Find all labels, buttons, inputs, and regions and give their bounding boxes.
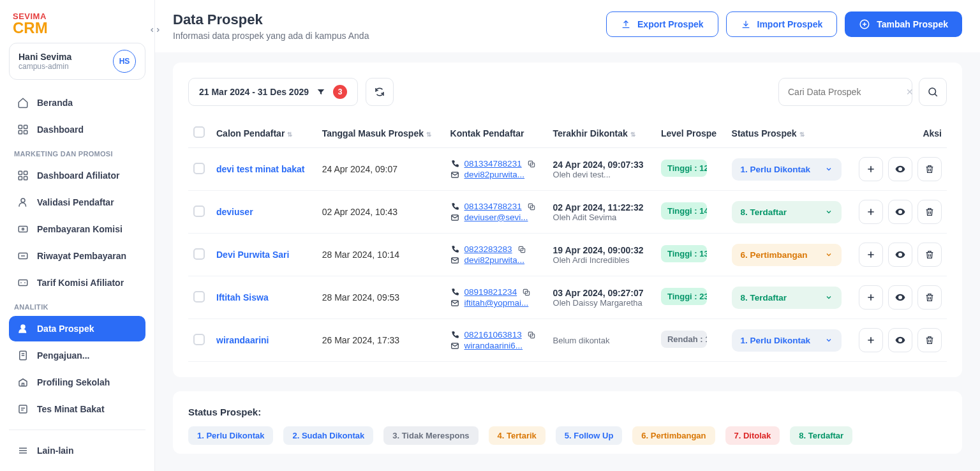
search-button[interactable] bbox=[919, 78, 947, 106]
row-checkbox[interactable] bbox=[193, 291, 205, 303]
nav-dashboard[interactable]: Dashboard bbox=[9, 117, 145, 142]
row-checkbox[interactable] bbox=[193, 163, 205, 174]
phone-link[interactable]: 0823283283 bbox=[464, 244, 512, 254]
nav-label: Validasi Pendaftar bbox=[37, 197, 114, 207]
nav-riwayat-pembayaran[interactable]: Riwayat Pembayaran bbox=[9, 243, 145, 269]
copy-icon[interactable] bbox=[522, 288, 531, 297]
plus-circle-icon bbox=[859, 19, 870, 30]
view-action-button[interactable] bbox=[888, 285, 912, 310]
table-row: devi test minat bakat 24 Apr 2024, 09:07… bbox=[188, 148, 947, 191]
last-contact-time: 24 Apr 2024, 09:07:33 bbox=[553, 160, 651, 170]
view-action-button[interactable] bbox=[888, 200, 912, 224]
search-input[interactable] bbox=[788, 87, 900, 97]
last-contact-time: 03 Apr 2024, 09:27:07 bbox=[553, 288, 651, 298]
add-prospek-button[interactable]: Tambah Prospek bbox=[845, 11, 962, 37]
phone-link[interactable]: 081334788231 bbox=[464, 202, 522, 211]
status-select[interactable]: 1. Perlu Dikontak bbox=[732, 329, 842, 352]
row-checkbox[interactable] bbox=[193, 248, 205, 260]
status-select[interactable]: 6. Pertimbangan bbox=[732, 244, 842, 266]
nav-profiling-sekolah[interactable]: Profiling Sekolah bbox=[9, 370, 145, 395]
export-button[interactable]: Export Prospek bbox=[606, 11, 718, 37]
prospect-name-link[interactable]: Devi Purwita Sari bbox=[216, 250, 289, 260]
row-checkbox[interactable] bbox=[193, 206, 205, 217]
status-select[interactable]: 8. Terdaftar bbox=[732, 201, 842, 223]
refresh-button[interactable] bbox=[366, 78, 394, 106]
search-box[interactable]: ✕ bbox=[778, 78, 912, 106]
level-badge: Tinggi : 13 bbox=[661, 245, 707, 262]
delete-action-button[interactable] bbox=[917, 328, 942, 352]
view-action-button[interactable] bbox=[888, 157, 912, 181]
prospect-name-link[interactable]: devi test minat bakat bbox=[216, 164, 305, 174]
svg-rect-0 bbox=[19, 125, 22, 128]
phone-link[interactable]: 081334788231 bbox=[464, 159, 522, 168]
user-card[interactable]: Hani Sevima campus-admin HS bbox=[9, 43, 145, 80]
collapse-sidebar-icon[interactable] bbox=[148, 23, 162, 37]
col-name[interactable]: Calon Pendaftar⇅ bbox=[211, 119, 317, 148]
prospect-date: 28 Mar 2024, 09:53 bbox=[317, 276, 445, 319]
status-select[interactable]: 8. Terdaftar bbox=[732, 287, 842, 309]
svg-point-10 bbox=[22, 228, 24, 230]
nav-beranda[interactable]: Beranda bbox=[9, 90, 145, 116]
prospect-name-link[interactable]: deviuser bbox=[216, 207, 253, 217]
email-link[interactable]: devi82purwita... bbox=[464, 170, 525, 179]
nav-tarif-komisi[interactable]: Tarif Komisi Afiliator bbox=[9, 270, 145, 295]
date-filter[interactable]: 21 Mar 2024 - 31 Des 2029 3 bbox=[188, 78, 358, 106]
email-link[interactable]: devi82purwita... bbox=[464, 255, 525, 265]
email-link[interactable]: deviuser@sevi... bbox=[464, 213, 528, 222]
nav-section-marketing: MARKETING DAN PROMOSI bbox=[9, 144, 145, 161]
copy-icon[interactable] bbox=[527, 202, 536, 211]
nav-data-prospek[interactable]: Data Prospek bbox=[9, 316, 145, 341]
table-row: Devi Purwita Sari 28 Mar 2024, 10:14 082… bbox=[188, 234, 947, 276]
delete-action-button[interactable] bbox=[917, 243, 942, 267]
copy-icon[interactable] bbox=[527, 160, 536, 168]
chevron-down-icon bbox=[825, 251, 833, 258]
add-action-button[interactable] bbox=[859, 243, 883, 267]
add-action-button[interactable] bbox=[859, 200, 883, 224]
svg-rect-2 bbox=[19, 130, 22, 133]
menu-icon bbox=[17, 444, 29, 457]
nav-label: Riwayat Pembayaran bbox=[37, 251, 126, 261]
table-row: Iftitah Siswa 28 Mar 2024, 09:53 0891982… bbox=[188, 276, 947, 319]
delete-action-button[interactable] bbox=[917, 285, 942, 310]
copy-icon[interactable] bbox=[527, 331, 536, 340]
phone-icon bbox=[450, 160, 459, 168]
nav: Beranda Dashboard MARKETING DAN PROMOSI … bbox=[9, 90, 145, 463]
table-row: deviuser 02 Apr 2024, 10:43 081334788231… bbox=[188, 191, 947, 234]
add-action-button[interactable] bbox=[859, 328, 883, 352]
add-action-button[interactable] bbox=[859, 157, 883, 181]
import-button[interactable]: Import Prospek bbox=[726, 11, 838, 37]
view-action-button[interactable] bbox=[888, 328, 912, 352]
button-label: Export Prospek bbox=[637, 19, 703, 29]
copy-icon[interactable] bbox=[517, 245, 526, 254]
row-checkbox[interactable] bbox=[193, 334, 205, 345]
date-range-text: 21 Mar 2024 - 31 Des 2029 bbox=[199, 87, 309, 97]
filter-count-badge: 3 bbox=[333, 85, 347, 99]
nav-pembayaran-komisi[interactable]: Pembayaran Komisi bbox=[9, 216, 145, 242]
view-action-button[interactable] bbox=[888, 243, 912, 267]
email-link[interactable]: wirandaarini6... bbox=[464, 341, 523, 350]
add-action-button[interactable] bbox=[859, 285, 883, 310]
clear-icon[interactable]: ✕ bbox=[906, 87, 914, 97]
nav-pengajuan[interactable]: Pengajuan... bbox=[9, 343, 145, 368]
phone-icon bbox=[450, 202, 459, 211]
col-status[interactable]: Status Prospek⇅ bbox=[727, 119, 847, 148]
col-date[interactable]: Tanggal Masuk Prospek⇅ bbox=[317, 119, 445, 148]
email-link[interactable]: iftitah@yopmai... bbox=[464, 298, 529, 308]
col-last[interactable]: Terakhir Dikontak⇅ bbox=[548, 119, 656, 148]
nav-dashboard-afiliator[interactable]: Dashboard Afiliator bbox=[9, 163, 145, 188]
nav-lain-lain[interactable]: Lain-lain bbox=[9, 438, 145, 463]
phone-icon bbox=[450, 288, 459, 297]
phone-link[interactable]: 08919821234 bbox=[464, 287, 517, 297]
level-badge: Tinggi : 23.2 bbox=[661, 288, 707, 305]
status-select[interactable]: 1. Perlu Dikontak bbox=[732, 158, 842, 181]
delete-action-button[interactable] bbox=[917, 157, 942, 181]
delete-action-button[interactable] bbox=[917, 200, 942, 224]
phone-link[interactable]: 082161063813 bbox=[464, 330, 522, 340]
select-all-checkbox[interactable] bbox=[193, 126, 205, 138]
nav-validasi-pendaftar[interactable]: Validasi Pendaftar bbox=[9, 190, 145, 215]
phone-icon bbox=[450, 331, 459, 340]
nav-tes-minat-bakat[interactable]: Tes Minat Bakat bbox=[9, 396, 145, 422]
prospect-name-link[interactable]: Iftitah Siswa bbox=[216, 292, 269, 303]
svg-rect-4 bbox=[19, 171, 22, 174]
prospect-name-link[interactable]: wirandaarini bbox=[216, 335, 269, 345]
